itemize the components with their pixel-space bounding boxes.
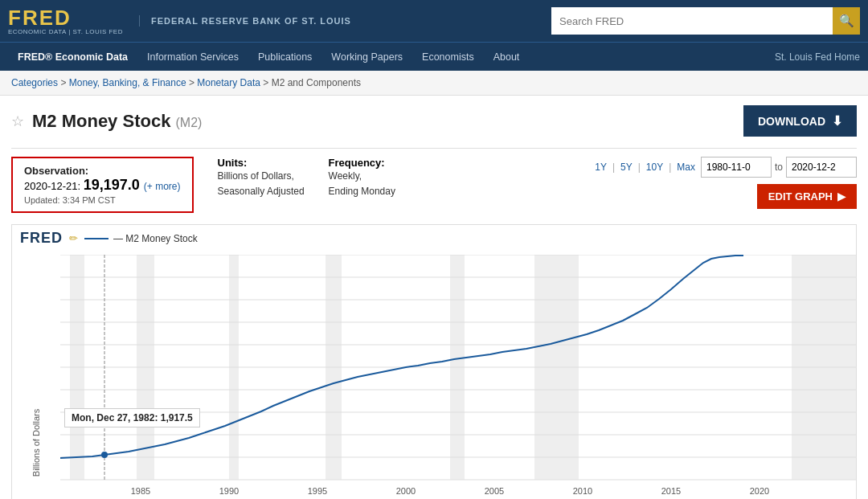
chart-fred-logo: FRED [20,230,63,247]
chart-fred-pencil-icon: ✏ [69,232,78,244]
range-max-button[interactable]: Max [674,160,698,174]
fred-logo[interactable]: FRED [8,7,72,28]
range-10y-button[interactable]: 10Y [644,160,665,174]
observation-date-value: 2020-12-21: 19,197.0 (+ more) [24,177,181,194]
observation-value: 19,197.0 [84,177,144,193]
range-sep1: | [612,162,615,173]
svg-text:1985: 1985 [131,486,150,496]
page-title-text: M2 Money Stock [32,111,170,131]
svg-text:2010: 2010 [573,486,592,496]
updated-value: 3:34 PM CST [63,195,116,205]
nav-fred-economic-data[interactable]: FRED® Economic Data [8,43,137,72]
observation-updated: Updated: 3:34 PM CST [24,195,181,205]
breadcrumb-sep2: > [189,77,197,88]
breadcrumb-categories[interactable]: Categories [11,77,58,88]
observation-label: Observation: [24,165,181,177]
chart-container: FRED ✏ — M2 Money Stock Billions of Doll… [11,224,857,499]
frequency-line2: Ending Monday [329,184,395,199]
breadcrumb-monetary-data[interactable]: Monetary Data [197,77,260,88]
date-to-input[interactable] [786,157,857,178]
edit-graph-button[interactable]: EDIT GRAPH ▶ [757,184,857,209]
svg-text:1990: 1990 [219,486,239,496]
nav-information-services[interactable]: Information Services [137,43,248,72]
date-range-controls: 1Y | 5Y | 10Y | Max to EDIT GRAPH ▶ [592,157,857,209]
nav-economists[interactable]: Economists [412,43,484,72]
breadcrumb: Categories > Money, Banking, & Finance >… [0,71,868,96]
breadcrumb-money-banking[interactable]: Money, Banking, & Finance [69,77,186,88]
chart-header: FRED ✏ — M2 Money Stock [12,225,856,252]
download-label: DOWNLOAD [758,115,825,128]
svg-text:2000: 2000 [396,486,416,496]
chart-line-color-indicator [84,238,108,239]
units-box: Units: Billions of Dollars, Seasonally A… [218,157,305,199]
nav-stlouis-home[interactable]: St. Louis Fed Home [775,51,860,63]
logo-subtitle: ECONOMIC DATA | ST. LOUIS FED [8,28,123,35]
range-5y-button[interactable]: 5Y [618,160,635,174]
chart-svg: 0 2,000 4,000 6,000 8,000 10,000 12,000 … [60,255,856,496]
download-button[interactable]: DOWNLOAD ⬇ [743,105,857,137]
top-bar: FRED ECONOMIC DATA | ST. LOUIS FED FEDER… [0,0,868,42]
title-row: ☆ M2 Money Stock (M2) DOWNLOAD ⬇ [11,105,857,137]
nav-publications[interactable]: Publications [248,43,321,72]
observation-more[interactable]: (+ more) [144,181,181,192]
favorite-star-icon[interactable]: ☆ [11,112,24,130]
search-area: 🔍 [551,7,860,35]
date-from-input[interactable] [701,157,772,178]
logo-area: FRED ECONOMIC DATA | ST. LOUIS FED [8,7,123,35]
main-content: ☆ M2 Money Stock (M2) DOWNLOAD ⬇ Observa… [0,96,868,499]
title-left: ☆ M2 Money Stock (M2) [11,111,202,132]
date-range-buttons-row: 1Y | 5Y | 10Y | Max to [592,157,857,178]
nav-items: FRED® Economic Data Information Services… [8,43,775,72]
y-axis-label: Billions of Dollars [31,378,41,499]
frequency-box: Frequency: Weekly, Ending Monday [329,157,395,199]
observation-box: Observation: 2020-12-21: 19,197.0 (+ mor… [11,157,194,213]
search-input[interactable] [551,7,833,35]
edit-graph-label: EDIT GRAPH [768,190,833,202]
units-line1: Billions of Dollars, [218,169,305,184]
range-1y-button[interactable]: 1Y [592,160,609,174]
bank-title: FEDERAL RESERVE BANK OF ST. LOUIS [139,15,351,27]
chart-svg-area: Billions of Dollars [12,252,856,499]
range-sep3: | [669,162,671,173]
breadcrumb-sep3: > [263,77,271,88]
breadcrumb-sep1: > [60,77,68,88]
frequency-label: Frequency: [329,157,395,169]
chart-legend: — M2 Money Stock [84,233,198,244]
nav-working-papers[interactable]: Working Papers [321,43,412,72]
chart-series-label: — M2 Money Stock [113,233,198,244]
svg-text:1995: 1995 [308,486,327,496]
date-to-label: to [775,162,783,173]
stats-row: Observation: 2020-12-21: 19,197.0 (+ mor… [11,148,857,213]
nav-about[interactable]: About [484,43,530,72]
svg-text:2020: 2020 [750,486,769,496]
edit-graph-icon: ▶ [837,190,845,202]
updated-label: Updated: [24,195,60,205]
nav-bar: FRED® Economic Data Information Services… [0,42,868,71]
observation-date: 2020-12-21: [24,180,84,192]
units-line2: Seasonally Adjusted [218,184,305,199]
range-sep2: | [638,162,641,173]
svg-text:2015: 2015 [661,486,681,496]
page-title-code: (M2) [176,116,203,129]
units-label: Units: [218,157,305,169]
svg-point-38 [101,452,108,458]
frequency-line1: Weekly, [329,169,395,184]
page-title: M2 Money Stock (M2) [32,111,202,132]
svg-text:2005: 2005 [485,486,504,496]
breadcrumb-current: M2 and Components [272,77,361,88]
search-button[interactable]: 🔍 [833,7,860,35]
download-icon: ⬇ [832,113,842,129]
